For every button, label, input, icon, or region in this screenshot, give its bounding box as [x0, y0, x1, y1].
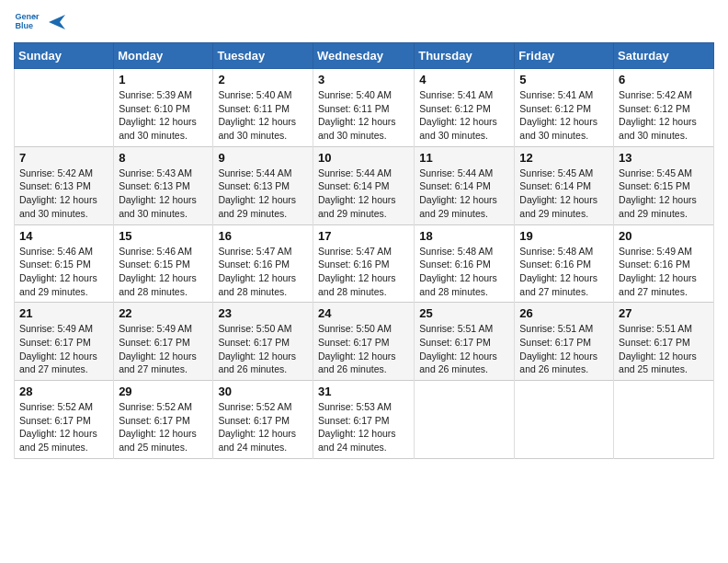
day-number: 30 — [218, 385, 308, 398]
day-number: 26 — [519, 306, 609, 320]
day-info: Sunrise: 5:49 AMSunset: 6:17 PMDaylight:… — [119, 322, 208, 376]
day-info: Sunrise: 5:47 AMSunset: 6:16 PMDaylight:… — [218, 245, 308, 299]
calendar-cell: 31Sunrise: 5:53 AMSunset: 6:17 PMDayligh… — [313, 381, 414, 459]
calendar-week-row: 28Sunrise: 5:52 AMSunset: 6:17 PMDayligh… — [15, 381, 714, 459]
day-info: Sunrise: 5:53 AMSunset: 6:17 PMDaylight:… — [318, 400, 409, 454]
day-info: Sunrise: 5:46 AMSunset: 6:15 PMDaylight:… — [119, 245, 208, 299]
day-info: Sunrise: 5:40 AMSunset: 6:11 PMDaylight:… — [218, 88, 308, 143]
svg-text:Blue: Blue — [15, 21, 33, 30]
calendar-cell — [614, 381, 714, 459]
day-number: 1 — [119, 73, 208, 86]
calendar-cell: 16Sunrise: 5:47 AMSunset: 6:16 PMDayligh… — [213, 224, 313, 303]
day-number: 23 — [218, 306, 308, 320]
calendar-cell: 6Sunrise: 5:42 AMSunset: 6:12 PMDaylight… — [614, 69, 714, 147]
calendar-cell: 26Sunrise: 5:51 AMSunset: 6:17 PMDayligh… — [515, 303, 614, 381]
day-number: 14 — [19, 229, 108, 243]
day-number: 12 — [519, 151, 609, 165]
day-info: Sunrise: 5:52 AMSunset: 6:17 PMDaylight:… — [218, 400, 308, 454]
weekday-header-saturday: Saturday — [614, 43, 714, 69]
day-number: 22 — [119, 306, 208, 320]
calendar-cell: 14Sunrise: 5:46 AMSunset: 6:15 PMDayligh… — [15, 224, 114, 303]
weekday-header-thursday: Thursday — [415, 43, 515, 69]
day-number: 13 — [619, 151, 709, 165]
day-number: 8 — [119, 151, 208, 165]
calendar-cell: 24Sunrise: 5:50 AMSunset: 6:17 PMDayligh… — [313, 303, 414, 381]
calendar-cell: 2Sunrise: 5:40 AMSunset: 6:11 PMDaylight… — [213, 69, 313, 147]
day-number: 29 — [119, 385, 208, 398]
calendar-cell: 25Sunrise: 5:51 AMSunset: 6:17 PMDayligh… — [415, 303, 515, 381]
day-number: 27 — [619, 306, 709, 320]
calendar-cell — [15, 69, 114, 147]
calendar-cell: 4Sunrise: 5:41 AMSunset: 6:12 PMDaylight… — [415, 69, 515, 147]
day-info: Sunrise: 5:44 AMSunset: 6:13 PMDaylight:… — [218, 167, 308, 221]
calendar-cell: 7Sunrise: 5:42 AMSunset: 6:13 PMDaylight… — [15, 146, 114, 224]
calendar-week-row: 1Sunrise: 5:39 AMSunset: 6:10 PMDaylight… — [15, 69, 714, 147]
day-number: 17 — [318, 229, 409, 243]
weekday-header-tuesday: Tuesday — [213, 43, 313, 69]
calendar-cell: 1Sunrise: 5:39 AMSunset: 6:10 PMDaylight… — [114, 69, 213, 147]
day-number: 7 — [19, 151, 108, 165]
page-header: General Blue — [14, 9, 714, 35]
day-number: 9 — [218, 151, 308, 165]
day-number: 5 — [519, 73, 609, 86]
day-info: Sunrise: 5:44 AMSunset: 6:14 PMDaylight:… — [318, 167, 409, 221]
day-info: Sunrise: 5:39 AMSunset: 6:10 PMDaylight:… — [119, 88, 208, 143]
day-info: Sunrise: 5:45 AMSunset: 6:14 PMDaylight:… — [519, 167, 609, 221]
day-info: Sunrise: 5:48 AMSunset: 6:16 PMDaylight:… — [419, 245, 509, 299]
day-number: 11 — [419, 151, 509, 165]
calendar-cell: 3Sunrise: 5:40 AMSunset: 6:11 PMDaylight… — [313, 69, 414, 147]
calendar-cell — [515, 381, 614, 459]
calendar-cell: 20Sunrise: 5:49 AMSunset: 6:16 PMDayligh… — [614, 224, 714, 303]
day-info: Sunrise: 5:44 AMSunset: 6:14 PMDaylight:… — [419, 167, 509, 221]
day-number: 19 — [519, 229, 609, 243]
logo: General Blue — [14, 9, 67, 35]
calendar-cell: 28Sunrise: 5:52 AMSunset: 6:17 PMDayligh… — [15, 381, 114, 459]
day-info: Sunrise: 5:49 AMSunset: 6:17 PMDaylight:… — [19, 322, 108, 376]
day-info: Sunrise: 5:51 AMSunset: 6:17 PMDaylight:… — [419, 322, 509, 376]
day-number: 24 — [318, 306, 409, 320]
calendar-week-row: 21Sunrise: 5:49 AMSunset: 6:17 PMDayligh… — [15, 303, 714, 381]
calendar-table: SundayMondayTuesdayWednesdayThursdayFrid… — [14, 42, 714, 459]
day-number: 20 — [619, 229, 709, 243]
calendar-cell: 15Sunrise: 5:46 AMSunset: 6:15 PMDayligh… — [114, 224, 213, 303]
logo-arrow-icon — [47, 12, 67, 32]
day-info: Sunrise: 5:43 AMSunset: 6:13 PMDaylight:… — [119, 167, 208, 221]
day-info: Sunrise: 5:40 AMSunset: 6:11 PMDaylight:… — [318, 88, 409, 143]
svg-marker-4 — [49, 15, 65, 29]
calendar-cell: 17Sunrise: 5:47 AMSunset: 6:16 PMDayligh… — [313, 224, 414, 303]
day-info: Sunrise: 5:49 AMSunset: 6:16 PMDaylight:… — [619, 245, 709, 299]
weekday-header-friday: Friday — [515, 43, 614, 69]
day-number: 10 — [318, 151, 409, 165]
day-number: 28 — [19, 385, 108, 398]
weekday-header-wednesday: Wednesday — [313, 43, 414, 69]
day-info: Sunrise: 5:52 AMSunset: 6:17 PMDaylight:… — [19, 400, 108, 454]
day-info: Sunrise: 5:52 AMSunset: 6:17 PMDaylight:… — [119, 400, 208, 454]
calendar-cell: 10Sunrise: 5:44 AMSunset: 6:14 PMDayligh… — [313, 146, 414, 224]
day-info: Sunrise: 5:50 AMSunset: 6:17 PMDaylight:… — [318, 322, 409, 376]
calendar-cell: 19Sunrise: 5:48 AMSunset: 6:16 PMDayligh… — [515, 224, 614, 303]
weekday-header-monday: Monday — [114, 43, 213, 69]
day-info: Sunrise: 5:45 AMSunset: 6:15 PMDaylight:… — [619, 167, 709, 221]
day-number: 16 — [218, 229, 308, 243]
day-info: Sunrise: 5:47 AMSunset: 6:16 PMDaylight:… — [318, 245, 409, 299]
day-number: 25 — [419, 306, 509, 320]
day-number: 3 — [318, 73, 409, 86]
day-info: Sunrise: 5:42 AMSunset: 6:12 PMDaylight:… — [619, 88, 709, 143]
day-info: Sunrise: 5:51 AMSunset: 6:17 PMDaylight:… — [619, 322, 709, 376]
calendar-cell — [415, 381, 515, 459]
calendar-cell: 30Sunrise: 5:52 AMSunset: 6:17 PMDayligh… — [213, 381, 313, 459]
day-number: 6 — [619, 73, 709, 86]
weekday-header-row: SundayMondayTuesdayWednesdayThursdayFrid… — [15, 43, 714, 69]
calendar-cell: 5Sunrise: 5:41 AMSunset: 6:12 PMDaylight… — [515, 69, 614, 147]
calendar-week-row: 7Sunrise: 5:42 AMSunset: 6:13 PMDaylight… — [15, 146, 714, 224]
calendar-cell: 18Sunrise: 5:48 AMSunset: 6:16 PMDayligh… — [415, 224, 515, 303]
calendar-week-row: 14Sunrise: 5:46 AMSunset: 6:15 PMDayligh… — [15, 224, 714, 303]
day-number: 15 — [119, 229, 208, 243]
calendar-cell: 13Sunrise: 5:45 AMSunset: 6:15 PMDayligh… — [614, 146, 714, 224]
day-number: 21 — [19, 306, 108, 320]
svg-text:General: General — [15, 12, 40, 21]
calendar-cell: 22Sunrise: 5:49 AMSunset: 6:17 PMDayligh… — [114, 303, 213, 381]
day-info: Sunrise: 5:41 AMSunset: 6:12 PMDaylight:… — [419, 88, 509, 143]
day-number: 31 — [318, 385, 409, 398]
day-info: Sunrise: 5:50 AMSunset: 6:17 PMDaylight:… — [218, 322, 308, 376]
